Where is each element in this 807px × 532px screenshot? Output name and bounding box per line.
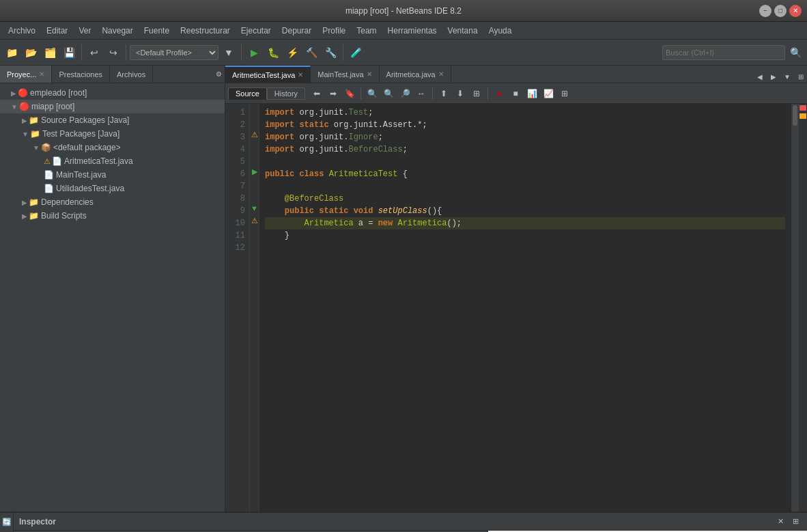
- tree-item-default-package[interactable]: ▼ 📦 <default package>: [0, 141, 225, 154]
- menu-team[interactable]: Team: [351, 25, 382, 37]
- menu-fuente[interactable]: Fuente: [139, 25, 175, 37]
- editor-sep1: [360, 87, 361, 100]
- zoom-in-button[interactable]: 🔍: [365, 86, 380, 101]
- code-line-9: public static void setUpClass(){: [265, 205, 785, 217]
- tree-item-source-packages[interactable]: ▶ 📁 Source Packages [Java]: [0, 113, 225, 127]
- maximize-button[interactable]: □: [774, 5, 787, 17]
- debug-project-button[interactable]: 🐛: [264, 44, 282, 61]
- menu-navegar[interactable]: Navegar: [96, 25, 138, 37]
- coverage-button[interactable]: 📈: [541, 86, 556, 101]
- menu-bar: Archivo Editar Ver Navegar Fuente Reestr…: [0, 22, 807, 40]
- run-project-button[interactable]: ▶: [245, 44, 263, 61]
- close-aritmetica-tab[interactable]: ✕: [298, 71, 303, 79]
- tree-item-test-packages[interactable]: ▼ 📁 Test Packages [Java]: [0, 127, 225, 141]
- warning-marker-3: ⚠: [250, 128, 259, 141]
- sidebar-tab-archivos[interactable]: Archivos: [110, 66, 153, 83]
- menu-depurar[interactable]: Depurar: [277, 25, 317, 37]
- profile-project-button[interactable]: ⚡: [283, 44, 301, 61]
- code-line-2: import static org.junit.Assert.*;: [265, 119, 785, 131]
- zoom-out-button[interactable]: 🔍: [381, 86, 396, 101]
- forward-button[interactable]: ➡: [326, 86, 341, 101]
- menu-ventana[interactable]: Ventana: [442, 25, 483, 37]
- code-editor: 1 2 3 4 5 6 7 8 9 10 11 12 ⚠ ▶: [225, 104, 807, 512]
- close-aritmetica2-tab[interactable]: ✕: [438, 70, 444, 78]
- source-history-tabs: Source History: [228, 87, 305, 100]
- search-button[interactable]: 🔍: [787, 44, 804, 61]
- content-area: AritmeticaTest.java ✕ MainTest.java ✕ Ar…: [225, 66, 807, 512]
- toggle-bookmark-button[interactable]: 🔖: [342, 86, 357, 101]
- code-line-1: import org.junit.Test;: [265, 107, 785, 119]
- source-tab[interactable]: Source: [228, 87, 267, 100]
- profile-select[interactable]: <Default Profile>: [130, 45, 218, 60]
- stop-button[interactable]: ■: [508, 86, 523, 101]
- tree-item-main-test[interactable]: 📄 MainTest.java: [0, 168, 225, 182]
- clean-build-button[interactable]: 🔧: [322, 44, 339, 61]
- tree-item-dependencies[interactable]: ▶ 📁 Dependencies: [0, 195, 225, 209]
- close-button[interactable]: ✕: [789, 5, 802, 17]
- minimize-button[interactable]: −: [759, 5, 771, 17]
- sidebar-options-button[interactable]: ⚙: [212, 68, 225, 81]
- inspector-content: Inspector ✕ ⊞ ▼ 🔴 miapp [root] (9) ▼ 📁: [14, 513, 807, 532]
- tab-aritmetica-test[interactable]: AritmeticaTest.java ✕: [225, 66, 311, 83]
- tabs-list-button[interactable]: ▼: [781, 70, 793, 83]
- tree-item-miapp[interactable]: ▼ 🔴 miapp [root]: [0, 100, 225, 113]
- goto-next-error[interactable]: ⬇: [453, 86, 468, 101]
- tree-item-utilidades-test[interactable]: 📄 UtilidadesTest.java: [0, 182, 225, 195]
- close-projects-tab[interactable]: ✕: [39, 70, 44, 78]
- replace-button[interactable]: ↔: [414, 86, 429, 101]
- editor-scrollbar[interactable]: [791, 104, 799, 512]
- tab-aritmetica[interactable]: Aritmetica.java ✕: [380, 66, 451, 83]
- tree-item-aritmetica-test[interactable]: ⚠ 📄 AritmeticaTest.java: [0, 154, 225, 168]
- open-project-button[interactable]: 📂: [22, 44, 40, 61]
- editor-tabs: AritmeticaTest.java ✕ MainTest.java ✕ Ar…: [225, 66, 807, 83]
- editor-expand-button[interactable]: ⊞: [795, 70, 807, 83]
- menu-profile[interactable]: Profile: [317, 25, 351, 37]
- new-project-button[interactable]: 📁: [3, 44, 20, 61]
- error-stripe: [799, 104, 807, 512]
- menu-ejecutar[interactable]: Ejecutar: [236, 25, 277, 37]
- sidebar-tab-prestaciones[interactable]: Prestaciones: [52, 66, 110, 83]
- find-button[interactable]: 🔎: [397, 86, 412, 101]
- code-line-10: Aritmetica a = new Aritmetica();: [265, 217, 785, 229]
- tab-main-test[interactable]: MainTest.java ✕: [311, 66, 379, 83]
- run-test-button[interactable]: ●: [492, 86, 507, 101]
- sidebar-tab-projects[interactable]: Proyec... ✕: [0, 66, 52, 83]
- tabs-next-button[interactable]: ▶: [767, 70, 780, 83]
- menu-archivo[interactable]: Archivo: [3, 25, 41, 37]
- code-line-5: [265, 156, 785, 168]
- tabs-prev-button[interactable]: ◀: [754, 70, 766, 83]
- close-main-tab[interactable]: ✕: [367, 70, 372, 78]
- title-bar: miapp [root] - NetBeans IDE 8.2 − □ ✕: [0, 0, 807, 22]
- undo-button[interactable]: ↩: [85, 44, 103, 61]
- close-project-button[interactable]: 🗂️: [41, 44, 59, 61]
- format-button[interactable]: ⊞: [469, 86, 484, 101]
- redo-button[interactable]: ↪: [104, 44, 122, 61]
- code-content[interactable]: import org.junit.Test; import static org…: [259, 104, 791, 512]
- profile-dropdown-button[interactable]: ▼: [220, 44, 238, 61]
- history-tab[interactable]: History: [267, 87, 305, 100]
- goto-prev-error[interactable]: ⬆: [436, 86, 451, 101]
- menu-reestructurar[interactable]: Reestructurar: [175, 25, 236, 37]
- inspector-settings-button[interactable]: ⊞: [789, 516, 802, 528]
- expand-editor-button[interactable]: ⊞: [557, 86, 572, 101]
- inspector-side-toolbar: 🔄 📌 ⬆ ⬇ ➡ 🔧: [0, 513, 14, 532]
- code-line-11: }: [265, 229, 785, 242]
- insp-refresh-button[interactable]: 🔄: [1, 516, 13, 528]
- tree-item-empleado[interactable]: ▶ 🔴 empleado [root]: [0, 86, 225, 100]
- test-results-button[interactable]: 📊: [524, 86, 539, 101]
- tab-label: MainTest.java: [317, 70, 363, 79]
- test-project-button[interactable]: 🧪: [347, 44, 365, 61]
- tab-label: Aritmetica.java: [386, 70, 436, 79]
- tree-item-build-scripts[interactable]: ▶ 📁 Build Scripts: [0, 209, 225, 223]
- menu-ver[interactable]: Ver: [73, 25, 96, 37]
- menu-herramientas[interactable]: Herramientas: [382, 25, 442, 37]
- search-input[interactable]: [662, 45, 785, 60]
- main-toolbar: 📁 📂 🗂️ 💾 ↩ ↪ <Default Profile> ▼ ▶ 🐛 ⚡ 🔨…: [0, 40, 807, 66]
- menu-editar[interactable]: Editar: [41, 25, 73, 37]
- save-all-button[interactable]: 💾: [60, 44, 78, 61]
- build-project-button[interactable]: 🔨: [302, 44, 320, 61]
- inspector-close-button[interactable]: ✕: [774, 516, 787, 528]
- menu-ayuda[interactable]: Ayuda: [483, 25, 518, 37]
- code-line-4: import org.junit.BeforeClass;: [265, 143, 785, 156]
- back-button[interactable]: ⬅: [309, 86, 324, 101]
